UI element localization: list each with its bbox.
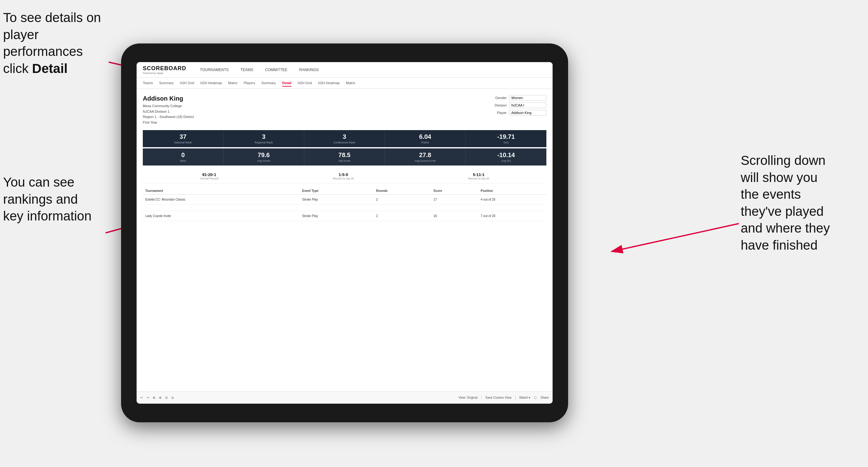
logo-sub: Powered by clippd — [143, 72, 186, 74]
player-header: Addison King Mesa Community College NJCA… — [143, 95, 547, 125]
subnav-matrix[interactable]: Matrix — [228, 80, 238, 87]
col-score: Score — [431, 187, 478, 195]
division-label: Division — [490, 103, 507, 107]
toolbar-icon-share-pre[interactable]: ⬡ — [534, 396, 537, 399]
save-custom-button[interactable]: Save Custom View — [485, 396, 511, 399]
player-label: Player — [490, 111, 507, 115]
sub-nav: Teams Summary H2H Grid H2H Heatmap Matri… — [136, 77, 553, 89]
records-row: 91-20-1Overall Record1-5-0Record vs top … — [143, 169, 547, 184]
annotation-line3-prefix: click — [3, 61, 32, 76]
cell-event-type: Stroke Play — [300, 211, 373, 221]
annotation-topleft: To see details on player performances cl… — [3, 9, 121, 77]
share-button[interactable]: Share — [540, 396, 549, 399]
annotation-r-line6: have finished — [741, 238, 818, 252]
subnav-summary2[interactable]: Summary — [261, 80, 276, 87]
stats-grid-2: 0Wins79.6Avg Score78.5Adj Score27.8Avg S… — [143, 148, 547, 165]
player-name: Addison King — [143, 95, 194, 102]
annotation-r-line5: and where they — [741, 221, 830, 236]
tablet: SCOREBOARD Powered by clippd TOURNAMENTS… — [121, 43, 568, 422]
gender-select[interactable]: Women — [509, 95, 547, 101]
stat-cell: 0Wins — [143, 148, 223, 165]
col-event-type: Event Type — [300, 187, 373, 195]
cell-tournament — [143, 205, 300, 211]
cell-rounds: 2 — [373, 211, 431, 221]
redo-button[interactable]: ↪ — [147, 396, 149, 399]
stat-cell: 3Conference Rank — [304, 130, 385, 147]
player-select[interactable]: Addison King — [509, 110, 547, 116]
tournament-table: Tournament Event Type Rounds Score Posit… — [143, 187, 547, 221]
annotation-bl-line1: You can see — [3, 175, 74, 189]
cell-position: 7 out of 20 — [478, 211, 547, 221]
subnav-summary[interactable]: Summary — [159, 80, 174, 87]
subnav-players[interactable]: Players — [244, 80, 255, 87]
stat-cell: 78.5Adj Score — [304, 148, 385, 165]
gender-label: Gender — [490, 96, 507, 100]
nav-tournaments[interactable]: TOURNAMENTS — [199, 68, 230, 72]
subnav-h2h-heatmap2[interactable]: H2H Heatmap — [318, 80, 340, 87]
subnav-h2h-heatmap[interactable]: H2H Heatmap — [200, 80, 222, 87]
tablet-screen: SCOREBOARD Powered by clippd TOURNAMENTS… — [136, 62, 553, 404]
annotation-bl-line3: key information — [3, 209, 92, 223]
main-content: Addison King Mesa Community College NJCA… — [136, 89, 553, 391]
annotation-bottomleft: You can see rankings and key information — [3, 174, 105, 225]
table-row: Lady Coyote Invite Stroke Play 2 16 7 ou… — [143, 211, 547, 221]
cell-position: 4 out of 20 — [478, 195, 547, 205]
nav-teams[interactable]: TEAMS — [239, 68, 254, 72]
subnav-teams[interactable]: Teams — [143, 80, 153, 87]
cell-tournament: Lady Coyote Invite — [143, 211, 300, 221]
table-row — [143, 205, 547, 211]
stat-cell: 37National Rank — [143, 130, 223, 147]
cell-score — [431, 205, 478, 211]
subnav-h2h-grid[interactable]: H2H Grid — [180, 80, 194, 87]
toolbar-icon-1[interactable]: ⊕ — [153, 396, 155, 399]
logo-area: SCOREBOARD Powered by clippd — [143, 65, 186, 74]
subnav-matrix2[interactable]: Matrix — [346, 80, 355, 87]
nav-committee[interactable]: COMMITTEE — [264, 68, 289, 72]
watch-button[interactable]: Watch ▾ — [519, 396, 531, 399]
annotation-r-line2: will show you — [741, 170, 817, 185]
toolbar-icon-2[interactable]: ⊗ — [159, 396, 161, 399]
col-rounds: Rounds — [373, 187, 431, 195]
col-position: Position — [478, 187, 547, 195]
annotation-r-line4: they've played — [741, 204, 824, 219]
cell-score: 16 — [431, 211, 478, 221]
logo-text: SCOREBOARD — [143, 65, 186, 72]
subnav-h2h-grid2[interactable]: H2H Grid — [298, 80, 312, 87]
top-nav: SCOREBOARD Powered by clippd TOURNAMENTS… — [136, 62, 553, 77]
division-control: Division NJCAA I — [490, 102, 547, 108]
undo-button[interactable]: ↩ — [140, 396, 143, 399]
toolbar: ↩ ↪ ⊕ ⊗ ⊡ ◎ View: Original Save Custom V… — [136, 391, 553, 404]
annotation-r-line3: the events — [741, 187, 801, 201]
cell-event-type — [300, 205, 373, 211]
player-control: Player Addison King — [490, 110, 547, 116]
nav-rankings[interactable]: RANKINGS — [298, 68, 320, 72]
table-row: Estella CC- Mountain Classic Stroke Play… — [143, 195, 547, 205]
player-info: Addison King Mesa Community College NJCA… — [143, 95, 194, 125]
stat-cell: -19.71SoS — [466, 130, 547, 147]
view-original-button[interactable]: View: Original — [459, 396, 478, 399]
toolbar-icon-4[interactable]: ◎ — [172, 396, 174, 399]
svg-line-2 — [612, 224, 739, 251]
subnav-detail[interactable]: Detail — [282, 80, 291, 87]
player-year: First Year — [143, 121, 157, 124]
cell-tournament: Estella CC- Mountain Classic — [143, 195, 300, 205]
annotation-line2: player performances — [3, 27, 83, 59]
annotation-right: Scrolling down will show you the events … — [741, 152, 859, 254]
stat-cell: 3Regional Rank — [223, 130, 304, 147]
stat-cell: 27.8Avg Score to Par — [385, 148, 466, 165]
player-controls: Gender Women Division NJCAA I Player — [490, 95, 547, 116]
stats-grid-1: 37National Rank3Regional Rank3Conference… — [143, 130, 547, 147]
stat-cell: 79.6Avg Score — [223, 148, 304, 165]
annotation-r-line1: Scrolling down — [741, 153, 826, 168]
division-select[interactable]: NJCAA I — [509, 102, 547, 108]
record-item: 1-5-0Record vs top 25 — [333, 172, 354, 180]
toolbar-icon-3[interactable]: ⊡ — [165, 396, 168, 399]
stat-cell: 6.04Points — [385, 130, 466, 147]
player-college: Mesa Community College — [143, 104, 182, 108]
annotation-line1: To see details on — [3, 10, 101, 25]
player-division: NJCAA Division 1 — [143, 110, 169, 113]
record-item: 91-20-1Overall Record — [200, 172, 219, 180]
gender-control: Gender Women — [490, 95, 547, 101]
cell-rounds — [373, 205, 431, 211]
annotation-detail-bold: Detail — [32, 61, 67, 76]
